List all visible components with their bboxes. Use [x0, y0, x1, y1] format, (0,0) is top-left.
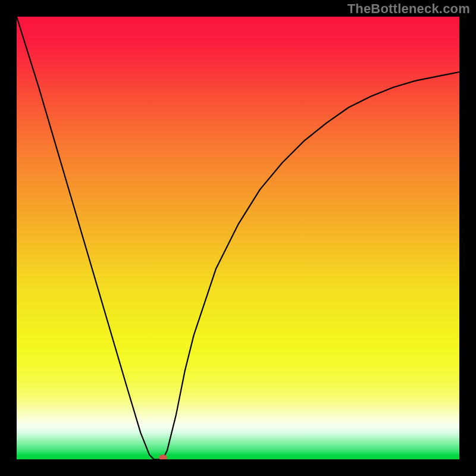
optimal-point-marker	[159, 455, 167, 459]
watermark-text: TheBottleneck.com	[347, 1, 470, 17]
plot-area	[17, 17, 459, 459]
chart-frame: TheBottleneck.com	[0, 0, 476, 476]
bottleneck-curve	[17, 17, 459, 459]
